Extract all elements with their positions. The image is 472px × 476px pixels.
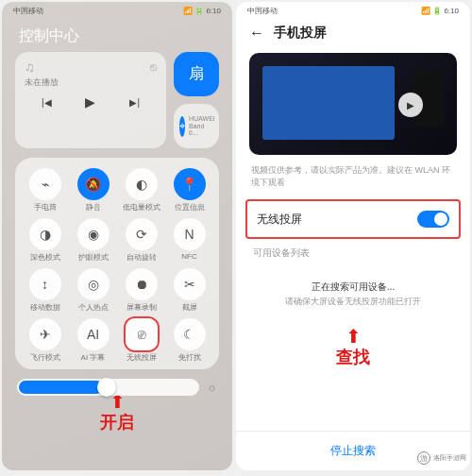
- toggle-cast[interactable]: ⎚无线投屏: [117, 317, 165, 364]
- toggle-ai[interactable]: AIAI 字幕: [69, 317, 117, 364]
- toggle-location[interactable]: 📍位置信息: [165, 167, 213, 213]
- page-title: 手机投屏: [274, 25, 327, 42]
- demo-description: 视频仅供参考，请以实际产品为准。建议在 WLAN 环境下观看: [236, 161, 470, 196]
- record-icon: ⏺: [126, 268, 158, 300]
- dnd-icon: ☾: [174, 318, 206, 350]
- brightness-slider[interactable]: [17, 379, 199, 396]
- cast-audio-icon[interactable]: ⎋: [150, 60, 157, 74]
- searching-hint: 请确保大屏设备无线投屏功能已打开: [236, 294, 470, 310]
- toggle-nfc[interactable]: NNFC: [165, 217, 213, 264]
- toggle-eye[interactable]: ◉护眼模式: [69, 217, 117, 264]
- stop-search-button[interactable]: 停止搜索: [330, 444, 376, 457]
- toggle-hotspot[interactable]: ◎个人热点: [69, 267, 117, 314]
- nfc-icon: N: [174, 218, 206, 250]
- dark-icon: ◑: [29, 218, 61, 250]
- toggle-label: 静音: [86, 202, 101, 212]
- bluetooth-toggle[interactable]: ⌖ HUAWEI Band 6...: [174, 104, 219, 148]
- toggle-dark[interactable]: ◑深色模式: [21, 217, 69, 264]
- toggle-label: 低电量模式: [123, 202, 160, 212]
- play-icon[interactable]: ▶: [398, 93, 423, 117]
- toggle-label: AI 字幕: [81, 352, 106, 363]
- ai-icon: AI: [77, 318, 110, 350]
- bluetooth-device-label: HUAWEI Band 6...: [189, 115, 215, 137]
- toggle-label: NFC: [181, 252, 196, 261]
- status-bar: 中国移动 📶 🔋 6:10: [2, 2, 232, 19]
- toggle-battery[interactable]: ◐低电量模式: [117, 167, 165, 213]
- rotate-icon: ⟳: [126, 218, 158, 250]
- watermark: 游 洛阳手游网: [417, 451, 466, 465]
- wifi-toggle[interactable]: 扇: [174, 52, 219, 96]
- data-icon: ↕: [29, 268, 61, 300]
- airplane-icon: ✈: [29, 318, 61, 350]
- toggle-airplane[interactable]: ✈飞行模式: [21, 317, 69, 364]
- next-track-icon[interactable]: ▶|: [129, 97, 140, 108]
- toggle-label: 护眼模式: [78, 252, 109, 263]
- toggle-data[interactable]: ↕移动数据: [21, 267, 69, 314]
- wireless-cast-row[interactable]: 无线投屏: [245, 199, 461, 239]
- toggle-dnd[interactable]: ☾免打扰: [165, 317, 213, 364]
- hotspot-icon: ◎: [77, 268, 110, 300]
- status-bar: 中国移动 📶 🔋 6:10: [236, 2, 470, 19]
- toggle-rotate[interactable]: ⟳自动旋转: [117, 217, 165, 264]
- annotation-enable-label: 开启: [2, 411, 232, 434]
- toggle-label: 免打扰: [178, 352, 201, 363]
- shot-icon: ✂: [174, 268, 206, 300]
- location-icon: 📍: [174, 168, 206, 200]
- toggle-label: 手电筒: [34, 202, 57, 212]
- toggle-flashlight[interactable]: ⌁手电筒: [21, 167, 69, 213]
- toggle-label: 个人热点: [78, 302, 109, 313]
- carrier-label: 中国移动: [13, 6, 43, 16]
- demo-video[interactable]: ▶: [249, 53, 457, 155]
- wireless-cast-switch[interactable]: [417, 211, 449, 228]
- toggle-label: 屏幕录制: [126, 302, 157, 313]
- play-icon[interactable]: ▶: [85, 94, 95, 110]
- toggle-label: 移动数据: [30, 302, 60, 313]
- annotation-search-label: 查找: [236, 346, 470, 368]
- carrier-label: 中国移动: [247, 6, 278, 16]
- back-icon[interactable]: ←: [249, 25, 264, 42]
- flashlight-icon: ⌁: [29, 168, 61, 200]
- cast-icon: ⎚: [126, 318, 158, 350]
- watermark-icon: 游: [417, 451, 430, 465]
- toggle-label: 位置信息: [175, 202, 205, 212]
- toggle-mute[interactable]: 🔕静音: [69, 167, 117, 213]
- control-center-title: 控制中心: [2, 19, 232, 52]
- annotation-arrow-icon: ⬆: [236, 327, 470, 346]
- toggle-label: 飞行模式: [30, 352, 60, 363]
- mute-icon: 🔕: [77, 168, 110, 200]
- music-status-label: 未在播放: [25, 76, 157, 89]
- toggle-label: 深色模式: [30, 252, 60, 263]
- searching-label: 正在搜索可用设备...: [236, 280, 470, 294]
- cast-settings-panel: 中国移动 📶 🔋 6:10 ← 手机投屏 ▶ 视频仅供参考，请以实际产品为准。建…: [236, 2, 470, 470]
- available-devices-label: 可用设备列表: [236, 243, 470, 264]
- status-bar-right: 📶 🔋 6:10: [421, 7, 459, 15]
- toggle-label: 无线投屏: [126, 352, 157, 363]
- prev-track-icon[interactable]: |◀: [42, 97, 52, 108]
- control-center-panel: 中国移动 📶 🔋 6:10 控制中心 ♫ ⎋ 未在播放 |◀ ▶ ▶| 扇 ⌖ …: [2, 2, 232, 470]
- auto-brightness-icon[interactable]: ☼: [207, 381, 217, 394]
- wifi-icon: 扇: [189, 64, 204, 84]
- toggle-label: 自动旋转: [126, 252, 157, 263]
- music-note-icon: ♫: [25, 60, 35, 75]
- bluetooth-icon: ⌖: [179, 116, 185, 137]
- music-widget[interactable]: ♫ ⎋ 未在播放 |◀ ▶ ▶|: [15, 52, 166, 148]
- eye-icon: ◉: [77, 218, 110, 250]
- toggle-label: 截屏: [182, 302, 197, 313]
- toggle-shot[interactable]: ✂截屏: [165, 267, 213, 314]
- battery-icon: ◐: [126, 168, 158, 200]
- wireless-cast-label: 无线投屏: [257, 212, 302, 228]
- status-bar-right: 📶 🔋 6:10: [183, 7, 221, 15]
- quick-toggle-panel: ⌁手电筒🔕静音◐低电量模式📍位置信息◑深色模式◉护眼模式⟳自动旋转NNFC↕移动…: [15, 158, 219, 369]
- toggle-record[interactable]: ⏺屏幕录制: [117, 267, 165, 314]
